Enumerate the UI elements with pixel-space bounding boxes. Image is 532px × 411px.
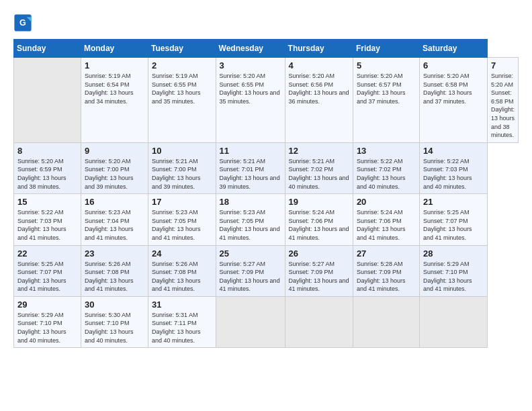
day-info: Sunrise: 5:26 AMSunset: 7:08 PMDaylight:… [85,260,144,293]
calendar-cell [353,296,419,347]
day-number: 15 [17,197,77,207]
day-number: 3 [220,60,281,71]
calendar-cell: 8Sunrise: 5:20 AMSunset: 6:59 PMDaylight… [14,142,81,193]
calendar-cell [14,58,81,143]
day-info: Sunrise: 5:24 AMSunset: 7:06 PMDaylight:… [289,208,349,242]
calendar-cell: 14Sunrise: 5:22 AMSunset: 7:03 PMDayligh… [419,142,487,193]
weekday-header-thursday: Thursday [285,40,353,58]
logo: G [13,13,35,32]
day-number: 31 [152,300,212,310]
day-number: 20 [357,197,416,207]
day-number: 12 [289,146,349,156]
logo-icon: G [13,13,32,32]
calendar-cell: 1Sunrise: 5:19 AMSunset: 6:54 PMDaylight… [81,58,148,143]
calendar-cell: 21Sunrise: 5:25 AMSunset: 7:07 PMDayligh… [419,194,487,245]
day-number: 23 [85,248,144,259]
day-number: 13 [357,146,416,156]
weekday-header-row: SundayMondayTuesdayWednesdayThursdayFrid… [14,40,519,58]
day-number: 19 [289,197,349,207]
day-number: 25 [220,248,281,259]
calendar-week-1: 1Sunrise: 5:19 AMSunset: 6:54 PMDaylight… [14,58,519,143]
day-number: 22 [17,248,77,259]
day-number: 1 [85,60,144,71]
day-info: Sunrise: 5:29 AMSunset: 7:10 PMDaylight:… [17,311,77,345]
calendar-cell: 7Sunrise: 5:20 AMSunset: 6:58 PMDaylight… [487,58,518,143]
day-info: Sunrise: 5:27 AMSunset: 7:09 PMDaylight:… [289,260,349,293]
day-number: 6 [423,60,484,71]
calendar-cell [285,296,353,347]
day-info: Sunrise: 5:22 AMSunset: 7:03 PMDaylight:… [17,208,77,242]
day-info: Sunrise: 5:20 AMSunset: 6:58 PMDaylight:… [491,72,515,140]
day-number: 28 [423,248,484,259]
weekday-header-sunday: Sunday [14,40,81,58]
weekday-header-tuesday: Tuesday [148,40,216,58]
calendar-cell: 11Sunrise: 5:21 AMSunset: 7:01 PMDayligh… [216,142,285,193]
calendar-cell: 16Sunrise: 5:23 AMSunset: 7:04 PMDayligh… [81,194,148,245]
day-number: 5 [357,60,416,71]
calendar-week-2: 8Sunrise: 5:20 AMSunset: 6:59 PMDaylight… [14,142,519,193]
weekday-header-monday: Monday [81,40,148,58]
day-info: Sunrise: 5:25 AMSunset: 7:07 PMDaylight:… [423,208,484,242]
day-number: 7 [491,60,515,71]
day-number: 30 [85,300,144,310]
day-info: Sunrise: 5:30 AMSunset: 7:10 PMDaylight:… [85,311,144,345]
calendar-cell: 19Sunrise: 5:24 AMSunset: 7:06 PMDayligh… [285,194,353,245]
day-info: Sunrise: 5:29 AMSunset: 7:10 PMDaylight:… [423,260,484,293]
calendar-cell: 2Sunrise: 5:19 AMSunset: 6:55 PMDaylight… [148,58,216,143]
calendar-cell: 27Sunrise: 5:28 AMSunset: 7:09 PMDayligh… [353,245,419,296]
day-number: 18 [220,197,281,207]
day-info: Sunrise: 5:20 AMSunset: 6:55 PMDaylight:… [220,72,281,105]
day-info: Sunrise: 5:28 AMSunset: 7:09 PMDaylight:… [357,260,416,293]
weekday-header-friday: Friday [353,40,419,58]
day-number: 9 [85,146,144,156]
calendar-cell: 28Sunrise: 5:29 AMSunset: 7:10 PMDayligh… [419,245,487,296]
calendar-cell: 10Sunrise: 5:21 AMSunset: 7:00 PMDayligh… [148,142,216,193]
page-header: G [13,13,519,32]
day-info: Sunrise: 5:22 AMSunset: 7:03 PMDaylight:… [423,157,484,191]
day-info: Sunrise: 5:23 AMSunset: 7:05 PMDaylight:… [220,208,281,242]
calendar-cell: 6Sunrise: 5:20 AMSunset: 6:58 PMDaylight… [419,58,487,143]
day-info: Sunrise: 5:26 AMSunset: 7:08 PMDaylight:… [152,260,212,293]
day-info: Sunrise: 5:20 AMSunset: 6:59 PMDaylight:… [17,157,77,191]
day-number: 11 [220,146,281,156]
calendar-cell: 13Sunrise: 5:22 AMSunset: 7:02 PMDayligh… [353,142,419,193]
day-info: Sunrise: 5:25 AMSunset: 7:07 PMDaylight:… [17,260,77,293]
day-info: Sunrise: 5:27 AMSunset: 7:09 PMDaylight:… [220,260,281,293]
day-number: 17 [152,197,212,207]
calendar-cell: 24Sunrise: 5:26 AMSunset: 7:08 PMDayligh… [148,245,216,296]
calendar-cell: 18Sunrise: 5:23 AMSunset: 7:05 PMDayligh… [216,194,285,245]
day-number: 24 [152,248,212,259]
calendar-cell [216,296,285,347]
calendar-cell: 9Sunrise: 5:20 AMSunset: 7:00 PMDaylight… [81,142,148,193]
calendar-cell: 20Sunrise: 5:24 AMSunset: 7:06 PMDayligh… [353,194,419,245]
day-info: Sunrise: 5:20 AMSunset: 6:58 PMDaylight:… [423,72,484,105]
calendar-cell: 15Sunrise: 5:22 AMSunset: 7:03 PMDayligh… [14,194,81,245]
calendar-cell: 12Sunrise: 5:21 AMSunset: 7:02 PMDayligh… [285,142,353,193]
day-info: Sunrise: 5:24 AMSunset: 7:06 PMDaylight:… [357,208,416,242]
calendar-week-3: 15Sunrise: 5:22 AMSunset: 7:03 PMDayligh… [14,194,519,245]
calendar-cell: 3Sunrise: 5:20 AMSunset: 6:55 PMDaylight… [216,58,285,143]
day-info: Sunrise: 5:20 AMSunset: 7:00 PMDaylight:… [85,157,144,191]
day-number: 27 [357,248,416,259]
weekday-header-saturday: Saturday [419,40,487,58]
day-info: Sunrise: 5:20 AMSunset: 6:57 PMDaylight:… [357,72,416,105]
calendar-cell: 25Sunrise: 5:27 AMSunset: 7:09 PMDayligh… [216,245,285,296]
svg-text:G: G [19,18,26,28]
calendar-cell: 30Sunrise: 5:30 AMSunset: 7:10 PMDayligh… [81,296,148,347]
calendar-cell [419,296,487,347]
calendar-cell: 22Sunrise: 5:25 AMSunset: 7:07 PMDayligh… [14,245,81,296]
day-number: 14 [423,146,484,156]
day-info: Sunrise: 5:21 AMSunset: 7:00 PMDaylight:… [152,157,212,191]
day-number: 16 [85,197,144,207]
day-number: 10 [152,146,212,156]
calendar-week-5: 29Sunrise: 5:29 AMSunset: 7:10 PMDayligh… [14,296,519,347]
day-info: Sunrise: 5:23 AMSunset: 7:05 PMDaylight:… [152,208,212,242]
day-info: Sunrise: 5:31 AMSunset: 7:11 PMDaylight:… [152,311,212,345]
day-number: 4 [289,60,349,71]
day-info: Sunrise: 5:19 AMSunset: 6:54 PMDaylight:… [85,72,144,105]
calendar-cell: 26Sunrise: 5:27 AMSunset: 7:09 PMDayligh… [285,245,353,296]
day-info: Sunrise: 5:21 AMSunset: 7:01 PMDaylight:… [220,157,281,191]
calendar-cell: 23Sunrise: 5:26 AMSunset: 7:08 PMDayligh… [81,245,148,296]
calendar-cell: 4Sunrise: 5:20 AMSunset: 6:56 PMDaylight… [285,58,353,143]
weekday-header-wednesday: Wednesday [216,40,285,58]
